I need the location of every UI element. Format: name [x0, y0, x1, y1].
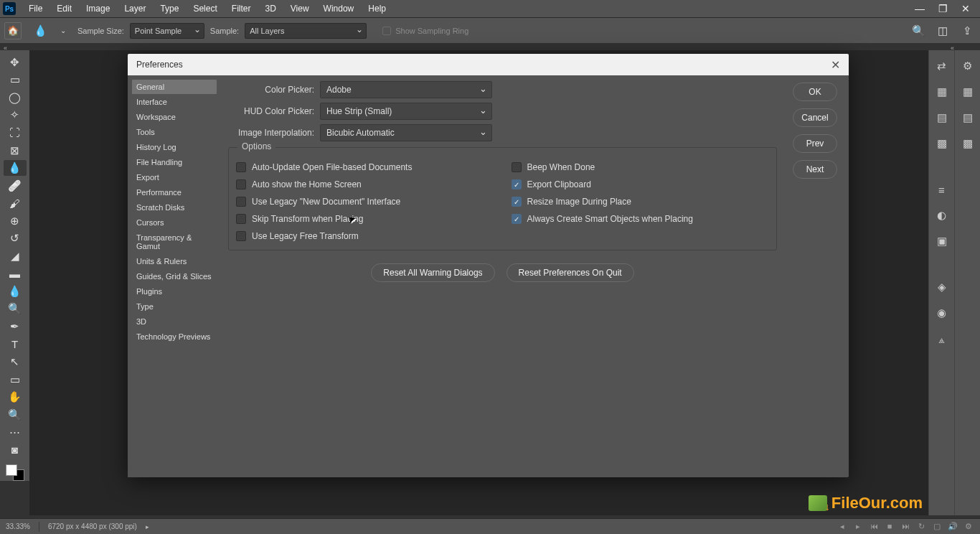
sidebar-item-workspace[interactable]: Workspace: [132, 110, 217, 124]
eyedropper-current-icon[interactable]: 💧: [32, 22, 49, 39]
menu-3d[interactable]: 3D: [258, 1, 283, 17]
sidebar-item-export[interactable]: Export: [132, 170, 217, 184]
marquee-tool-icon[interactable]: ▭: [4, 72, 27, 88]
opt-auto-home[interactable]: Auto show the Home Screen: [236, 179, 494, 189]
sidebar-item-plugins[interactable]: Plugins: [132, 284, 217, 299]
window-close-icon[interactable]: ✕: [954, 3, 977, 14]
hud-picker-dropdown[interactable]: Hue Strip (Small): [320, 103, 492, 120]
sidebar-item-guides[interactable]: Guides, Grid & Slices: [132, 269, 217, 284]
menu-type[interactable]: Type: [153, 1, 186, 17]
show-sampling-ring-checkbox[interactable]: Show Sampling Ring: [382, 27, 468, 35]
menu-filter[interactable]: Filter: [225, 1, 258, 17]
history-brush-tool-icon[interactable]: ↺: [4, 230, 27, 246]
loop-icon[interactable]: ↻: [915, 522, 927, 531]
menu-file[interactable]: File: [22, 1, 50, 17]
pen-tool-icon[interactable]: ✒: [4, 319, 27, 334]
interpolation-dropdown[interactable]: Bicubic Automatic: [320, 124, 492, 141]
info-panel-icon[interactable]: ▩: [959, 135, 976, 152]
lasso-tool-icon[interactable]: ◯: [4, 90, 27, 106]
crop-tool-icon[interactable]: ⛶: [4, 125, 27, 141]
menu-window[interactable]: Window: [316, 1, 362, 17]
menu-edit[interactable]: Edit: [50, 1, 79, 17]
quickmask-icon[interactable]: ◙: [4, 442, 27, 458]
sidebar-item-history-log[interactable]: History Log: [132, 140, 217, 154]
prev-icon[interactable]: ◂: [837, 522, 848, 531]
opt-resize-place[interactable]: ✓Resize Image During Place: [512, 197, 770, 207]
properties-panel-icon[interactable]: ⚙: [959, 57, 976, 75]
home-icon[interactable]: 🏠: [4, 22, 22, 39]
sidebar-item-units[interactable]: Units & Rulers: [132, 254, 217, 268]
magic-wand-tool-icon[interactable]: ✧: [4, 108, 27, 123]
cancel-button[interactable]: Cancel: [793, 108, 837, 127]
chevron-right-icon[interactable]: ▸: [146, 523, 149, 530]
adjustments-panel-icon[interactable]: ≡: [933, 181, 951, 198]
dropdown-icon[interactable]: ⌄: [55, 22, 72, 39]
gradient-tool-icon[interactable]: ▬: [4, 266, 27, 282]
rectangle-tool-icon[interactable]: ▭: [4, 372, 27, 388]
menu-select[interactable]: Select: [186, 1, 224, 17]
zoom-level[interactable]: 33.33%: [6, 523, 30, 530]
menu-help[interactable]: Help: [361, 1, 393, 17]
color-picker-dropdown[interactable]: Adobe: [320, 81, 492, 98]
sidebar-item-scratch-disks[interactable]: Scratch Disks: [132, 200, 217, 215]
opt-legacy-newdoc[interactable]: Use Legacy "New Document" Interface: [236, 197, 494, 207]
sidebar-item-cursors[interactable]: Cursors: [132, 215, 217, 230]
brush-tool-icon[interactable]: 🖌: [4, 195, 27, 211]
paths-panel-icon[interactable]: ⟁: [933, 330, 951, 347]
rewind-icon[interactable]: ⏮: [868, 522, 880, 531]
sample-size-dropdown[interactable]: Point Sample: [130, 23, 204, 39]
color-swatches[interactable]: [6, 464, 24, 481]
healing-brush-tool-icon[interactable]: 🩹: [4, 178, 27, 194]
reset-warnings-button[interactable]: Reset All Warning Dialogs: [371, 263, 494, 282]
sidebar-item-general[interactable]: General: [132, 80, 217, 94]
sidebar-item-tech-previews[interactable]: Technology Previews: [132, 329, 217, 344]
channels-panel-icon[interactable]: ◉: [933, 304, 951, 322]
menu-image[interactable]: Image: [79, 1, 117, 17]
history-panel-icon[interactable]: ▦: [959, 83, 976, 100]
reset-prefs-button[interactable]: Reset Preferences On Quit: [507, 263, 634, 282]
frame-icon[interactable]: ▢: [931, 522, 943, 531]
eraser-tool-icon[interactable]: ◢: [4, 248, 27, 264]
frame-tool-icon[interactable]: ⊠: [4, 143, 27, 159]
ok-button[interactable]: OK: [793, 83, 837, 101]
workspace-icon[interactable]: ◫: [934, 22, 951, 39]
settings-icon[interactable]: ⚙: [963, 522, 974, 531]
styles-panel-icon[interactable]: ◐: [933, 207, 951, 224]
stop-icon[interactable]: ■: [884, 522, 895, 531]
hand-tool-icon[interactable]: ✋: [4, 389, 27, 405]
opt-legacy-free-transform[interactable]: Use Legacy Free Transform: [236, 231, 494, 241]
forward-icon[interactable]: ⏭: [900, 522, 911, 531]
close-icon[interactable]: ✕: [831, 58, 840, 72]
gradients-panel-icon[interactable]: ▤: [933, 109, 951, 126]
sample-dropdown[interactable]: All Layers: [245, 23, 367, 39]
path-selection-tool-icon[interactable]: ↖: [4, 354, 27, 370]
blur-tool-icon[interactable]: 💧: [4, 284, 27, 299]
zoom-tool-icon[interactable]: 🔍: [4, 407, 27, 423]
more-tools-icon[interactable]: ⋯: [4, 424, 27, 440]
opt-smart-objects[interactable]: ✓Always Create Smart Objects when Placin…: [512, 214, 770, 224]
sidebar-item-3d[interactable]: 3D: [132, 314, 217, 329]
play-icon[interactable]: ▸: [852, 522, 864, 531]
foreground-swatch[interactable]: [6, 464, 17, 476]
move-tool-icon[interactable]: ✥: [4, 55, 27, 70]
share-icon[interactable]: ⇪: [958, 22, 976, 39]
opt-export-clipboard[interactable]: ✓Export Clipboard: [512, 179, 770, 189]
sidebar-item-interface[interactable]: Interface: [132, 95, 217, 109]
opt-auto-update[interactable]: Auto-Update Open File-based Documents: [236, 162, 494, 172]
sidebar-item-tools[interactable]: Tools: [132, 125, 217, 139]
sidebar-item-type[interactable]: Type: [132, 299, 217, 314]
actions-panel-icon[interactable]: ▤: [959, 109, 976, 126]
menu-view[interactable]: View: [283, 1, 316, 17]
doc-info[interactable]: 6720 px x 4480 px (300 ppi): [48, 523, 137, 530]
opt-beep[interactable]: Beep When Done: [512, 162, 770, 172]
dodge-tool-icon[interactable]: 🔍: [4, 301, 27, 317]
swatches-panel-icon[interactable]: ▦: [933, 83, 951, 100]
window-restore-icon[interactable]: ❐: [931, 3, 954, 14]
sidebar-item-performance[interactable]: Performance: [132, 185, 217, 200]
prev-button[interactable]: Prev: [793, 134, 837, 153]
search-icon[interactable]: 🔍: [910, 22, 927, 39]
menu-layer[interactable]: Layer: [117, 1, 153, 17]
libraries-panel-icon[interactable]: ▣: [933, 233, 951, 250]
window-minimize-icon[interactable]: —: [908, 3, 931, 14]
audio-icon[interactable]: 🔊: [947, 522, 958, 531]
